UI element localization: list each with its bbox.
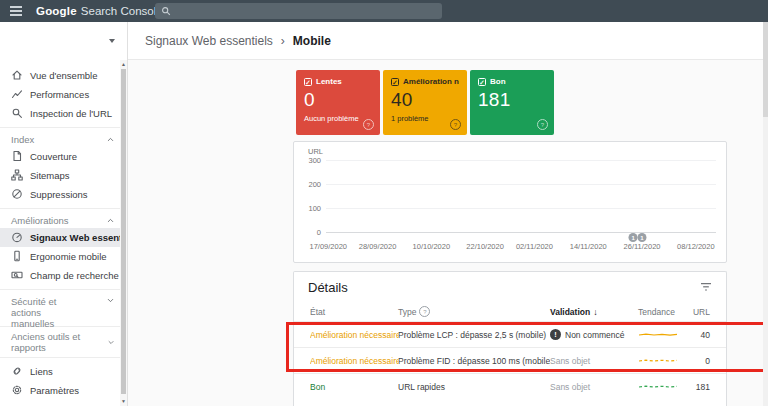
app-logo[interactable]: Google Search Console xyxy=(36,5,163,17)
card-subtext: 1 problème xyxy=(391,114,459,123)
sidebar-section-anciens-outils-et-rapports[interactable]: Anciens outils et rapports xyxy=(0,331,127,353)
sidebar-section-securite-et-actions-manuelles[interactable]: Sécurité et actions manuelles xyxy=(0,294,127,322)
chart-bars xyxy=(326,160,716,232)
chart-y-tick: 300 xyxy=(308,156,321,165)
card-value: 181 xyxy=(478,89,546,111)
chevron-up-icon xyxy=(106,216,115,225)
checkbox-icon[interactable]: ✓ xyxy=(478,78,486,86)
sidebar-item-champ-de-recherche-assoc[interactable]: Champ de recherche assoc... xyxy=(0,266,127,285)
sidebar-item-signaux-web-essentiels[interactable]: Signaux Web essentiels xyxy=(0,228,127,247)
sidebar-item-performances[interactable]: Performances xyxy=(0,85,127,104)
url-count-cell: 181 xyxy=(688,382,710,392)
status-cell: Bon xyxy=(310,382,398,392)
sidebar-item-label: Ergonomie mobile xyxy=(30,251,107,262)
links-icon xyxy=(11,365,23,379)
chart-annotation-marker[interactable]: 1 xyxy=(638,233,647,242)
sidebar-section-index[interactable]: Index xyxy=(0,132,127,147)
sidebar-section-label: Améliorations xyxy=(11,215,69,226)
sidebar-section-label: Index xyxy=(11,134,34,145)
help-icon[interactable]: ? xyxy=(450,119,461,130)
column-header-type[interactable]: Type? xyxy=(398,306,550,317)
sidebar-item-ergonomie-mobile[interactable]: Ergonomie mobile xyxy=(0,247,127,266)
card-needs-improvement[interactable]: ✓Amélioration néc...401 problème? xyxy=(383,70,467,135)
sidebar-section-ameliorations[interactable]: Améliorations xyxy=(0,213,127,228)
chart-y-tick: 100 xyxy=(308,204,321,213)
brand-search-console: Search Console xyxy=(81,5,163,17)
breadcrumb: Signaux Web essentiels › Mobile xyxy=(128,22,768,60)
scroll-up-icon[interactable]: ▲ xyxy=(120,61,127,67)
table-row[interactable]: Amélioration nécessaireProblème LCP : dé… xyxy=(294,321,726,347)
sidebar-item-sitemaps[interactable]: Sitemaps xyxy=(0,166,127,185)
chart-plot-area: 300200100017/09/202028/09/202010/10/2020… xyxy=(326,160,716,232)
table-row[interactable]: BonURL rapidesSans objet181 xyxy=(294,373,726,399)
validation-label: Sans objet xyxy=(550,356,590,366)
column-header-etat[interactable]: État xyxy=(310,307,398,317)
sidebar-nav: Vue d'ensemblePerformancesInspection de … xyxy=(0,66,127,400)
exclamation-icon: ! xyxy=(550,329,561,340)
search-icon xyxy=(161,2,171,20)
table-header-row: ÉtatType?Validation↓TendanceURL xyxy=(294,302,726,321)
card-value: 40 xyxy=(391,89,459,111)
chart-gridline xyxy=(326,232,716,233)
sidebar-item-label: Champ de recherche assoc... xyxy=(30,270,127,281)
sidebar-item-vue-d-ensemble[interactable]: Vue d'ensemble xyxy=(0,66,127,85)
sidebar-divider xyxy=(0,127,127,128)
chart-y-tick: 0 xyxy=(317,228,321,237)
page-scrollbar-thumb[interactable] xyxy=(763,22,768,117)
chart-x-tick: 17/09/2020 xyxy=(309,242,347,251)
chart-x-tick: 14/11/2020 xyxy=(570,242,607,251)
url-count-cell: 0 xyxy=(688,356,710,366)
chart-x-tick: 28/09/2020 xyxy=(359,242,397,251)
filter-icon[interactable] xyxy=(700,282,712,292)
scroll-down-icon[interactable]: ▼ xyxy=(120,398,127,404)
page-scrollbar[interactable] xyxy=(763,22,768,406)
sidebar-item-parametres[interactable]: Paramètres xyxy=(0,381,127,400)
property-selector[interactable] xyxy=(0,22,128,60)
chart-x-tick: 08/12/2020 xyxy=(677,242,715,251)
sidebar-item-label: Performances xyxy=(30,89,89,100)
table-row[interactable]: Amélioration nécessaireProblème FID : dé… xyxy=(294,347,726,373)
settings-icon xyxy=(11,384,23,398)
sort-descending-icon[interactable]: ↓ xyxy=(593,307,598,317)
card-value: 0 xyxy=(304,89,372,111)
card-good[interactable]: ✓Bon181? xyxy=(470,70,554,135)
menu-icon[interactable] xyxy=(10,6,22,16)
sidebar-item-inspection-de-l-url[interactable]: Inspection de l'URL xyxy=(0,104,127,123)
column-header-url[interactable]: URL xyxy=(688,307,710,317)
issue-type-cell: Problème LCP : dépasse 2,5 s (mobile) xyxy=(398,330,550,340)
chevron-down-icon xyxy=(107,338,115,347)
sidebar-divider xyxy=(0,208,127,209)
sidebar-item-label: Couverture xyxy=(30,151,77,162)
checkbox-icon[interactable]: ✓ xyxy=(391,78,399,86)
help-icon[interactable]: ? xyxy=(419,306,430,317)
chart-annotation-marker[interactable]: 1 xyxy=(629,233,638,242)
trend-sparkline xyxy=(638,329,688,341)
status-cards-row: ✓Lentes0Aucun problème?✓Amélioration néc… xyxy=(296,70,554,135)
help-icon[interactable]: ? xyxy=(537,119,548,130)
sidebar-item-liens[interactable]: Liens xyxy=(0,362,127,381)
validation-cell: Sans objet xyxy=(550,356,638,366)
details-panel: Détails ÉtatType?Validation↓TendanceURL … xyxy=(293,271,727,406)
chart-panel: URL 300200100017/09/202028/09/202010/10/… xyxy=(293,141,727,263)
search-input[interactable] xyxy=(155,3,442,19)
sidebar-scrollbar[interactable]: ▲ ▼ xyxy=(120,60,127,406)
sidebar-item-suppressions[interactable]: Suppressions xyxy=(0,185,127,204)
breadcrumb-separator: › xyxy=(281,34,285,48)
sidebar-scrollbar-thumb[interactable] xyxy=(121,69,126,394)
breadcrumb-current-page: Mobile xyxy=(293,34,331,48)
validation-cell: !Non commencé xyxy=(550,329,638,340)
card-slow[interactable]: ✓Lentes0Aucun problème? xyxy=(296,70,380,135)
chart-y-tick: 200 xyxy=(308,180,321,189)
status-cell: Amélioration nécessaire xyxy=(310,356,398,366)
breadcrumb-section[interactable]: Signaux Web essentiels xyxy=(145,34,273,48)
coverage-icon xyxy=(11,150,23,164)
home-icon xyxy=(11,69,23,83)
checkbox-icon[interactable]: ✓ xyxy=(304,78,312,86)
sidebar-item-couverture[interactable]: Couverture xyxy=(0,147,127,166)
performance-icon xyxy=(11,88,23,102)
sidebar-item-label: Vue d'ensemble xyxy=(30,70,97,81)
validation-label: Non commencé xyxy=(565,330,625,340)
help-icon[interactable]: ? xyxy=(363,119,374,130)
column-header-tendance[interactable]: Tendance xyxy=(638,307,688,317)
column-header-validation[interactable]: Validation↓ xyxy=(550,307,638,317)
